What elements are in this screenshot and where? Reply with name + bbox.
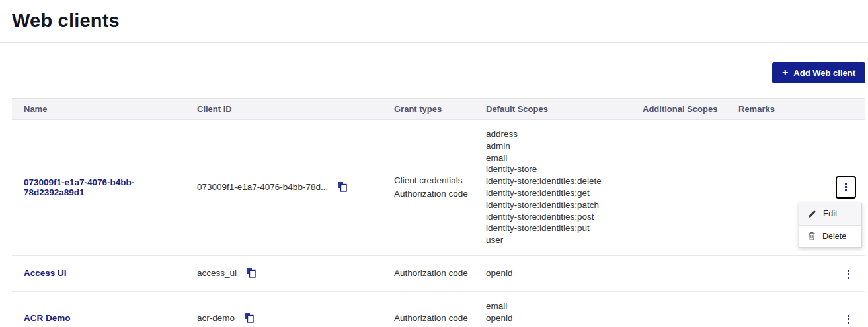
plus-icon: + [782, 68, 788, 78]
grant-types-cell: Client credentials Authorization code [394, 120, 486, 256]
copy-icon[interactable] [244, 312, 255, 324]
trash-icon [808, 232, 816, 240]
table-row: 073009f1-e1a7-4076-b4bb-78d2392a89d1 073… [12, 120, 865, 256]
row-actions-kebab-button[interactable] [836, 176, 856, 199]
row-actions-kebab-button[interactable] [841, 266, 856, 283]
kebab-dots-icon [848, 315, 849, 317]
column-header-additional-scopes: Additional Scopes [643, 99, 738, 120]
menu-item-edit[interactable]: Edit [799, 203, 861, 225]
web-clients-table: Name Client ID Grant types Default Scope… [12, 98, 865, 327]
grant-types-cell: Authorization code [394, 291, 486, 327]
remarks-cell [738, 291, 811, 327]
default-scopes-cell: address admin email identity-store ident… [486, 120, 643, 256]
additional-scopes-cell [643, 255, 738, 291]
default-scopes-cell: email openid profile [486, 291, 643, 327]
column-header-grant-types: Grant types [394, 99, 486, 120]
row-actions-menu: Edit Delete [799, 203, 862, 248]
table-row: ACR Demo acr-demo Authorization code ema… [12, 291, 865, 327]
client-name-link[interactable]: 073009f1-e1a7-4076-b4bb-78d2392a89d1 [24, 177, 134, 197]
table-header-row: Name Client ID Grant types Default Scope… [12, 99, 865, 120]
client-name-link[interactable]: Access UI [24, 268, 67, 278]
column-header-actions [811, 99, 865, 120]
column-header-remarks: Remarks [738, 99, 811, 120]
additional-scopes-cell [643, 120, 738, 256]
title-bar: Web clients [0, 0, 868, 43]
default-scopes-cell: openid [486, 255, 643, 291]
row-actions-kebab-button[interactable] [841, 311, 856, 327]
add-web-client-button[interactable]: + Add Web client [772, 62, 865, 83]
copy-icon[interactable] [246, 267, 256, 279]
column-header-client-id: Client ID [197, 99, 394, 120]
grant-types-cell: Authorization code [394, 255, 486, 291]
kebab-dots-icon [845, 183, 847, 185]
column-header-default-scopes: Default Scopes [486, 99, 643, 120]
toolbar: + Add Web client [0, 43, 868, 83]
remarks-cell [738, 255, 811, 291]
add-web-client-label: Add Web client [793, 68, 855, 78]
client-id-value: 073009f1-e1a7-4076-b4bb-78d... [197, 182, 328, 192]
client-name-link[interactable]: ACR Demo [24, 313, 71, 323]
kebab-dots-icon [848, 270, 849, 272]
client-id-value: acr-demo [197, 313, 235, 323]
menu-item-delete[interactable]: Delete [799, 225, 861, 247]
table-row: Access UI access_ui Authorization code o… [12, 255, 865, 291]
pencil-icon [808, 210, 816, 218]
copy-icon[interactable] [337, 181, 348, 193]
client-id-value: access_ui [197, 268, 237, 278]
page-title: Web clients [12, 10, 856, 32]
additional-scopes-cell [643, 291, 738, 327]
column-header-name: Name [12, 99, 197, 120]
